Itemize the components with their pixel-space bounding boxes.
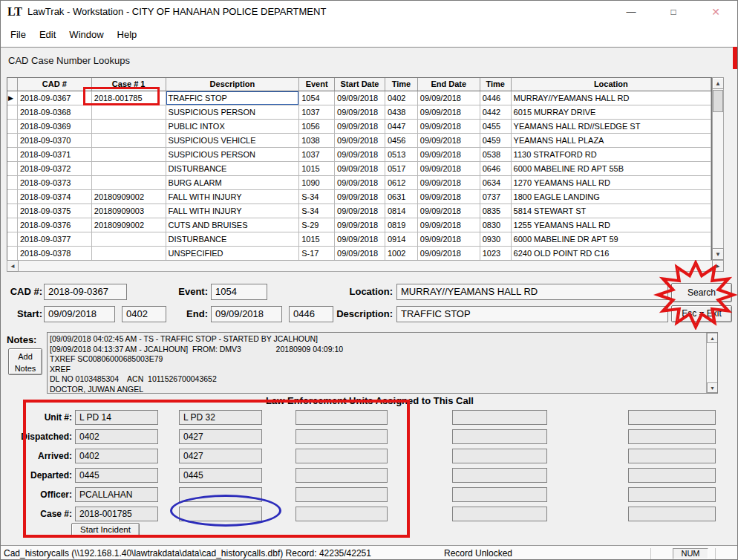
table-cell[interactable]: 0830 bbox=[480, 218, 512, 232]
table-cell[interactable]: 09/09/2018 bbox=[335, 120, 385, 134]
table-cell[interactable]: 09/09/2018 bbox=[335, 148, 385, 162]
search-button[interactable]: Search bbox=[671, 283, 732, 302]
table-cell[interactable]: 09/09/2018 bbox=[418, 247, 480, 261]
table-row[interactable]: 2018-09-0373BURG ALARM109009/09/20180612… bbox=[7, 176, 711, 190]
table-cell[interactable]: 1090 bbox=[299, 176, 335, 190]
table-cell[interactable]: YEAMANS HALL PLAZA bbox=[512, 134, 711, 148]
table-cell[interactable]: 09/09/2018 bbox=[335, 176, 385, 190]
table-cell[interactable]: 5814 STEWART ST bbox=[512, 204, 711, 218]
unit-field[interactable] bbox=[628, 507, 716, 521]
table-cell[interactable]: 09/09/2018 bbox=[418, 134, 480, 148]
start-date-field[interactable]: 09/09/2018 bbox=[44, 306, 115, 322]
table-row[interactable]: 2018-09-0377DISTURBANCE101509/09/2018091… bbox=[7, 232, 711, 247]
column-header[interactable]: Time bbox=[385, 78, 418, 91]
table-cell[interactable]: 09/09/2018 bbox=[418, 176, 480, 190]
table-cell[interactable]: 0446 bbox=[480, 91, 512, 105]
table-cell[interactable]: 2018-09-0367 bbox=[18, 91, 92, 105]
close-button[interactable]: ✕ bbox=[699, 1, 733, 23]
table-cell[interactable]: 1038 bbox=[299, 134, 335, 148]
table-cell[interactable]: 0612 bbox=[385, 176, 418, 190]
table-cell[interactable]: 1023 bbox=[480, 247, 512, 261]
table-cell[interactable]: 2018-001785 bbox=[92, 91, 166, 105]
location-field[interactable]: MURRAY//YEAMANS HALL RD bbox=[396, 284, 668, 300]
table-cell[interactable]: 0819 bbox=[385, 218, 418, 232]
table-cell[interactable]: 2018-09-0375 bbox=[18, 204, 92, 218]
table-cell[interactable]: 0737 bbox=[480, 190, 512, 204]
table-row[interactable]: 2018-09-037420180909002FALL WITH INJURYS… bbox=[7, 190, 711, 204]
table-cell[interactable]: SUSPICIOUS PERSON bbox=[166, 105, 300, 120]
table-cell[interactable] bbox=[92, 134, 166, 148]
table-cell[interactable]: SUSPICIOUS PERSON bbox=[166, 148, 300, 162]
column-header[interactable]: Description bbox=[166, 78, 300, 91]
table-cell[interactable]: 1130 STRATFORD RD bbox=[512, 148, 711, 162]
unit-field[interactable] bbox=[179, 507, 262, 521]
table-cell[interactable]: 0455 bbox=[480, 120, 512, 134]
unit-field[interactable] bbox=[628, 449, 716, 463]
table-cell[interactable]: 2018-09-0373 bbox=[18, 176, 92, 190]
table-row[interactable]: 2018-09-0369PUBLIC INTOX105609/09/201804… bbox=[7, 120, 711, 134]
table-row[interactable]: 2018-09-0371SUSPICIOUS PERSON103709/09/2… bbox=[7, 148, 711, 162]
table-cell[interactable]: 2018-09-0372 bbox=[18, 162, 92, 176]
table-cell[interactable]: 09/09/2018 bbox=[418, 91, 480, 105]
table-cell[interactable]: 09/09/2018 bbox=[335, 134, 385, 148]
table-cell[interactable] bbox=[92, 176, 166, 190]
table-cell[interactable]: FALL WITH INJURY bbox=[166, 190, 300, 204]
table-cell[interactable]: 2018-09-0378 bbox=[18, 247, 92, 261]
unit-field[interactable] bbox=[295, 410, 388, 425]
table-cell[interactable]: 09/09/2018 bbox=[335, 105, 385, 120]
table-cell[interactable]: SUSPICIOUS VEHICLE bbox=[166, 134, 300, 148]
unit-field[interactable] bbox=[295, 449, 388, 463]
scrollbar-thumb[interactable] bbox=[713, 90, 723, 112]
unit-field[interactable]: L PD 14 bbox=[75, 410, 158, 425]
column-header[interactable]: Location bbox=[512, 78, 711, 91]
minimize-button[interactable]: — bbox=[614, 1, 648, 23]
unit-field[interactable] bbox=[452, 410, 547, 425]
table-cell[interactable]: 09/09/2018 bbox=[418, 232, 480, 247]
table-cell[interactable]: 1255 YEAMANS HALL RD bbox=[512, 218, 711, 232]
column-header[interactable]: Start Date bbox=[335, 78, 385, 91]
table-cell[interactable]: 09/09/2018 bbox=[335, 91, 385, 105]
unit-field[interactable] bbox=[628, 410, 716, 425]
scroll-up-icon[interactable]: ▲ bbox=[712, 77, 724, 89]
table-horizontal-scrollbar[interactable]: ◄ ► bbox=[7, 260, 724, 272]
table-cell[interactable]: 1002 bbox=[385, 247, 418, 261]
unit-field[interactable] bbox=[179, 487, 262, 502]
table-cell[interactable]: 0402 bbox=[385, 91, 418, 105]
notes-scrollbar[interactable]: ▲ ▼ bbox=[706, 333, 717, 393]
notes-textarea[interactable]: [09/09/2018 04:02:45 AM - TS - TRAFFIC S… bbox=[47, 332, 718, 394]
table-cell[interactable]: 2018-09-0371 bbox=[18, 148, 92, 162]
table-row[interactable]: 2018-09-0372DISTURBANCE101509/09/2018051… bbox=[7, 162, 711, 176]
table-cell[interactable]: 09/09/2018 bbox=[335, 218, 385, 232]
table-cell[interactable]: 1015 bbox=[299, 232, 335, 247]
table-cell[interactable]: 09/09/2018 bbox=[418, 105, 480, 120]
table-cell[interactable]: 0447 bbox=[385, 120, 418, 134]
table-cell[interactable]: 09/09/2018 bbox=[335, 204, 385, 218]
table-row[interactable]: ▶2018-09-03672018-001785TRAFFIC STOP1054… bbox=[7, 91, 711, 105]
unit-field[interactable]: L PD 32 bbox=[179, 410, 262, 425]
notes-scroll-up-icon[interactable]: ▲ bbox=[707, 333, 718, 343]
unit-field[interactable] bbox=[452, 429, 547, 444]
table-cell[interactable]: DISTURBANCE bbox=[166, 162, 300, 176]
table-cell[interactable]: 2018-09-0368 bbox=[18, 105, 92, 120]
table-cell[interactable]: 0456 bbox=[385, 134, 418, 148]
table-cell[interactable]: 09/09/2018 bbox=[418, 148, 480, 162]
table-cell[interactable]: 1054 bbox=[299, 91, 335, 105]
table-cell[interactable]: S-34 bbox=[299, 204, 335, 218]
unit-field[interactable] bbox=[295, 487, 388, 502]
column-header[interactable]: End Date bbox=[418, 78, 480, 91]
table-cell[interactable]: 09/09/2018 bbox=[418, 162, 480, 176]
table-cell[interactable]: 6015 MURRAY DRIVE bbox=[512, 105, 711, 120]
table-cell[interactable]: 09/09/2018 bbox=[418, 190, 480, 204]
unit-field[interactable] bbox=[295, 429, 388, 444]
table-cell[interactable] bbox=[92, 232, 166, 247]
maximize-button[interactable]: □ bbox=[656, 1, 690, 23]
unit-field[interactable]: 0445 bbox=[75, 468, 158, 483]
start-incident-button[interactable]: Start Incident bbox=[71, 523, 140, 537]
unit-field[interactable] bbox=[452, 468, 547, 483]
unit-field[interactable] bbox=[452, 507, 547, 521]
table-row[interactable]: 2018-09-037620180909002CUTS AND BRUISESS… bbox=[7, 218, 711, 232]
table-cell[interactable]: 20180909003 bbox=[92, 204, 166, 218]
end-date-field[interactable]: 09/09/2018 bbox=[211, 306, 282, 322]
table-cell[interactable]: 0646 bbox=[480, 162, 512, 176]
table-cell[interactable]: 0634 bbox=[480, 176, 512, 190]
